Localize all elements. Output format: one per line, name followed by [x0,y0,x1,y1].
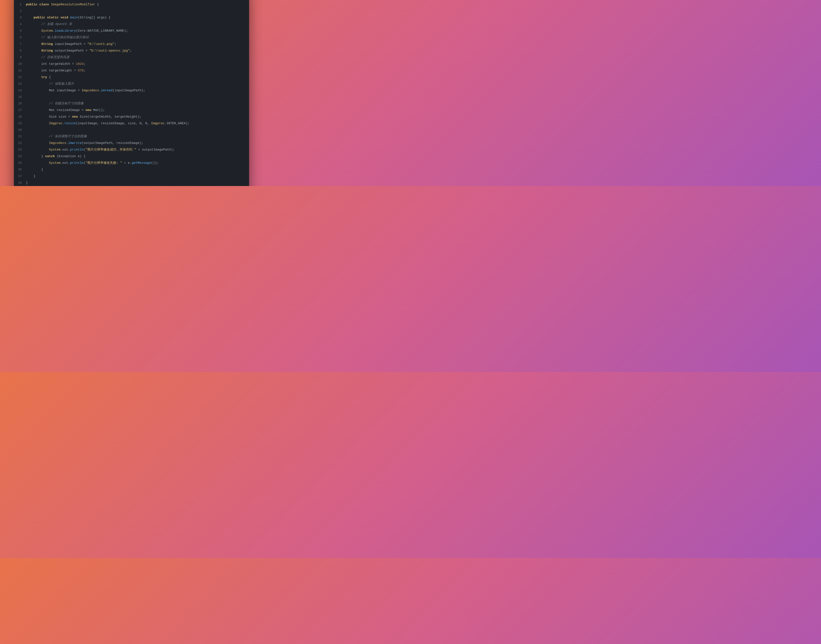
line-number: 10 [18,61,26,67]
token-normal: Size(targetWidth, targetHeight); [78,115,141,119]
code-line: 22 Imgcodecs.imwrite(outputImagePath, re… [14,140,249,146]
token-normal [26,161,49,165]
code-line: 25 System.out.println("图片分辨率修改失败: " + e.… [14,160,249,166]
code-line: 20 [14,127,249,133]
code-tokens: Imgcodecs.imwrite(outputImagePath, resiz… [26,140,143,146]
code-line: 26 } [14,166,249,173]
code-tokens: // 输入图片路径和输出图片路径 [26,34,89,41]
token-comment: // 目标宽度和高度 [41,55,69,59]
token-normal: ( [84,161,86,165]
line-number: 12 [18,74,26,80]
token-normal: } [26,155,45,158]
token-normal [26,141,49,145]
token-normal: Mat inputImage = [26,89,82,92]
code-tokens: String inputImagePath = "D:\\out1.png"; [26,41,116,48]
token-class-name: System [41,29,53,33]
token-normal: . [99,89,101,92]
token-normal: ()); [151,161,159,165]
token-normal: inputImagePath = [53,42,87,46]
token-normal: ; [114,42,116,46]
token-normal: Mat(); [91,109,105,112]
line-number: 7 [18,41,26,47]
token-normal: (inputImagePath); [112,89,145,92]
token-normal: .INTER_AREA); [164,122,190,125]
token-normal: { [47,75,51,79]
token-kw-void: void [61,16,70,20]
token-normal: . [66,141,68,145]
code-tokens: } [26,167,43,173]
token-normal [26,23,41,26]
token-kw-string-type: String [41,49,53,52]
token-string-lit: "D:\\out1.png" [87,42,114,46]
line-number: 5 [18,28,26,34]
code-line: 19 Imgproc.resize(inputImage, resizedIma… [14,120,249,127]
code-tokens: Imgproc.resize(inputImage, resizedImage,… [26,120,190,127]
code-line: 28} [14,179,249,186]
line-number: 25 [18,160,26,166]
token-class-name: Imgproc [151,122,164,125]
token-normal: .out. [61,148,70,152]
token-kw-catch: catch [45,155,55,158]
code-line: 12 try { [14,74,249,81]
line-number: 16 [18,100,26,107]
line-number: 11 [18,67,26,74]
code-tokens: int targetHeight = 576; [26,67,86,74]
code-line: 6 // 输入图片路径和输出图片路径 [14,34,249,41]
code-tokens: // 加载 OpenCV 库 [26,21,72,28]
code-tokens: // 保存调整尺寸后的图像 [26,133,87,140]
code-window: 1public class ImageResolutionModifier {2… [14,0,249,186]
code-tokens: Mat resizedImage = new Mat(); [26,107,105,113]
token-normal: Size size = [26,115,72,119]
token-normal: (Core. [76,29,87,33]
token-normal: } [26,181,28,185]
line-number: 8 [18,48,26,54]
code-tokens: } catch (Exception e) { [26,153,86,160]
token-normal [26,82,49,86]
line-number: 20 [18,127,26,133]
token-normal [26,36,41,39]
token-kw-public: public [34,16,47,20]
token-normal: ( [78,16,80,20]
token-normal [26,102,49,106]
code-line: 23 System.out.println("图片分辨率修改成功，并保存到 " … [14,146,249,153]
token-method-name: main [70,16,78,20]
token-normal: int targetHeight = [26,69,78,72]
token-normal: ( [84,148,86,152]
token-normal: (inputImage, resizedImage, size, 0, 0, [76,122,151,125]
token-normal: + outputImagePath); [136,148,175,152]
line-number: 14 [18,87,26,94]
code-line: 2 [14,8,249,14]
line-number: 19 [18,120,26,127]
line-number: 26 [18,166,26,173]
line-number: 13 [18,81,26,87]
token-comment: // 保存调整尺寸后的图像 [49,135,87,138]
code-line: 14 Mat inputImage = Imgcodecs.imread(inp… [14,87,249,94]
code-line: 16 // 创建目标尺寸的图像 [14,100,249,107]
token-kw-new: new [72,115,78,119]
token-normal: . [53,29,55,33]
code-line: 15 [14,94,249,100]
token-normal [26,55,41,59]
code-line: 24 } catch (Exception e) { [14,153,249,160]
token-normal: { [95,3,99,6]
token-normal: Mat resizedImage = [26,109,86,112]
line-number: 27 [18,173,26,179]
token-comment: // 加载 OpenCV 库 [41,23,72,26]
line-number: 24 [18,153,26,159]
token-normal [26,122,49,125]
line-number: 17 [18,107,26,113]
token-method-name: println [70,148,84,152]
code-tokens: System.out.println("图片分辨率修改失败: " + e.get… [26,160,159,166]
token-kw-class: class [39,3,51,6]
token-kw-try: try [41,75,47,79]
token-kw-public: public [26,3,39,6]
token-normal: ; [84,62,86,66]
token-kw-static: static [47,16,61,20]
token-class-name: System [49,148,61,152]
token-normal: int targetWidth = [26,62,76,66]
token-normal: . [63,122,64,125]
code-line: 11 int targetHeight = 576; [14,67,249,74]
line-number: 18 [18,113,26,120]
code-line: 7 String inputImagePath = "D:\\out1.png"… [14,41,249,48]
code-tokens: // 读取输入图片 [26,81,74,87]
